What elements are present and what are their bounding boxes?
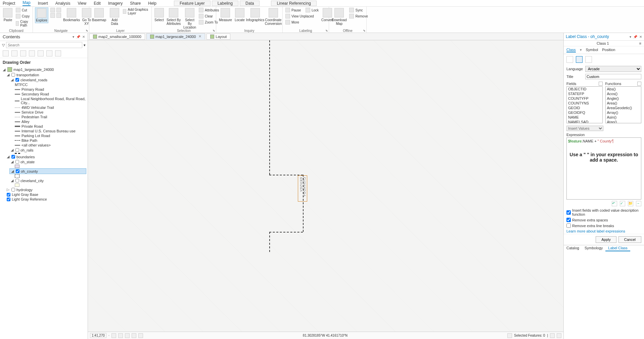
expression-textarea[interactable]: $feature.NAME + " County" Use a " " in y… [566, 137, 641, 200]
add-graphics-button[interactable]: Add Graphics Layer [122, 7, 149, 15]
map-tab-3[interactable]: Layout [206, 34, 230, 40]
chk-remove-linebreaks[interactable] [566, 223, 571, 228]
map-tab-2[interactable]: map1_largescale_24000✕ [146, 33, 205, 40]
tree-oh-county[interactable]: ◢oh_county [9, 168, 86, 174]
fields-list[interactable]: OBJECTIDSTATEFPCOUNTYFPCOUNTYNS GEOIDGEO… [566, 86, 603, 123]
pane-pin-icon[interactable]: 📌 [76, 35, 80, 39]
sb-icon-5[interactable] [138, 333, 143, 338]
tree-road-1[interactable]: Secondary Road [13, 92, 86, 96]
subtab-symbol[interactable]: Symbol [586, 48, 598, 52]
tree-road-11[interactable]: <all other values> [13, 143, 86, 147]
selection-launcher[interactable]: ⬊ [213, 29, 215, 32]
subtab-class[interactable]: Class [566, 48, 576, 52]
selected-icon[interactable] [507, 333, 512, 338]
expr-open-icon[interactable]: 📁 [628, 201, 633, 206]
expr-verify-icon[interactable]: ✓ [620, 201, 625, 206]
expr-export-icon[interactable]: → [636, 201, 641, 206]
refresh-icon[interactable] [557, 333, 561, 338]
scale-input[interactable]: 1:41,270 [90, 333, 106, 338]
tree-cleveland-city[interactable]: ◢cleveland_city [9, 178, 86, 183]
basemap-button[interactable]: Basemap [91, 7, 107, 23]
tree-road-3[interactable]: 4WD Vehicular Trail [13, 105, 86, 110]
list-editing-icon[interactable] [29, 50, 35, 56]
tree-road-7[interactable]: Private Road [13, 124, 86, 129]
add-data-button[interactable]: Add Data [108, 7, 121, 26]
tree-transportation[interactable]: ◢transportation [5, 72, 86, 77]
tree-hydrology[interactable]: ▷hydrology [5, 187, 86, 192]
copy-path-button[interactable]: Copy Path [15, 19, 31, 28]
ctx-data[interactable]: Data [240, 1, 260, 6]
pane-pin-icon[interactable]: 📌 [633, 35, 637, 39]
close-tab-icon[interactable]: ✕ [198, 34, 201, 39]
pause-button[interactable]: Pause Lock [285, 7, 319, 13]
cancel-button[interactable]: Cancel [618, 236, 641, 243]
menu-help[interactable]: Help [148, 1, 156, 6]
tree-road-5[interactable]: Pedestrian Trail [13, 115, 86, 119]
nav-arrows2[interactable] [50, 13, 62, 18]
tree-road-8[interactable]: Internal U.S. Census Bureau use [13, 129, 86, 133]
pane-close-icon[interactable]: ✕ [82, 35, 85, 39]
tree-map[interactable]: ◢map1_largescale_24000 [1, 67, 86, 72]
menu-imagery[interactable]: Imagery [108, 1, 123, 6]
sb-icon-3[interactable] [125, 333, 130, 338]
insert-values-select[interactable]: Insert Values [566, 126, 603, 131]
apply-button[interactable]: Apply [596, 236, 616, 243]
search-clear-icon[interactable]: ▾ [84, 43, 86, 47]
ctx-feature-layer[interactable]: Feature Layer [174, 1, 211, 6]
tree-oh-rails[interactable]: ◢oh_rails [9, 147, 86, 153]
expr-builder-icon[interactable] [566, 56, 573, 63]
tree-lgbase[interactable]: Light Gray Base [5, 192, 86, 197]
menu-map[interactable]: Map [22, 0, 30, 6]
map-tab-1[interactable]: map2_smallscale_100000 [89, 34, 145, 40]
tab-symbology[interactable]: Symbology [582, 245, 605, 251]
infographics-button[interactable]: Infographics [247, 7, 264, 23]
tree-lgref[interactable]: Light Gray Reference [5, 197, 86, 202]
bookmarks-button[interactable]: Bookmarks [63, 7, 80, 23]
paste-button[interactable]: Paste [2, 7, 14, 23]
chk-remove-spaces[interactable] [566, 218, 571, 222]
fields-filter-icon[interactable] [599, 82, 603, 86]
menu-project[interactable]: Project [3, 1, 15, 6]
list-source-icon[interactable] [11, 50, 17, 56]
download-map-button[interactable]: Download Map [331, 7, 347, 26]
menu-view[interactable]: View [78, 1, 86, 6]
locate-button[interactable]: Locate [234, 7, 245, 23]
tree-road-6[interactable]: Alley [13, 119, 86, 124]
more-button[interactable]: More [285, 19, 319, 25]
list-drawing-order-icon[interactable] [3, 50, 9, 56]
filter-icon[interactable]: ▽ [2, 43, 5, 47]
measure-button[interactable]: Measure [218, 7, 233, 23]
language-select[interactable]: Arcade [585, 66, 641, 72]
offline-launcher[interactable]: ⬊ [363, 29, 366, 32]
pause-draw-icon[interactable] [550, 333, 555, 338]
subtab-position[interactable]: Position [602, 48, 615, 52]
cut-button[interactable]: Cut [15, 7, 31, 13]
list-snapping-icon[interactable] [38, 50, 44, 56]
menu-insert[interactable]: Insert [38, 1, 48, 6]
ctx-labeling[interactable]: Labeling [212, 1, 238, 6]
sb-icon-1[interactable] [111, 333, 116, 338]
class-name[interactable]: Class 1 [597, 41, 609, 45]
list-selection-icon[interactable] [20, 50, 26, 56]
pane-close-icon[interactable]: ✕ [639, 35, 642, 39]
menu-analysis[interactable]: Analysis [55, 1, 71, 6]
sql-icon[interactable] [576, 56, 583, 63]
list-labeling-icon[interactable] [46, 50, 52, 56]
tree-oh-state[interactable]: ◢oh_state [9, 159, 86, 164]
menu-edit[interactable]: Edit [94, 1, 101, 6]
chk-coded-values[interactable] [566, 210, 571, 215]
learn-more-link[interactable]: Learn more about label expressions [566, 229, 625, 233]
tree-road-10[interactable]: Bike Path [13, 138, 86, 143]
menu-share[interactable]: Share [130, 1, 141, 6]
navigate-launcher[interactable]: ⬊ [86, 29, 88, 32]
tree-road-9[interactable]: Parking Lot Road [13, 133, 86, 138]
select-by-attr-button[interactable]: Select By Attributes [166, 7, 181, 26]
title-input[interactable] [585, 74, 641, 79]
tree-road-0[interactable]: Primary Road [13, 87, 86, 92]
pane-undock-icon[interactable]: ▾ [630, 35, 631, 39]
view-unplaced-button[interactable]: View Unplaced [285, 13, 319, 19]
select-by-loc-button[interactable]: Select By Location [183, 7, 197, 30]
explore-button[interactable]: Explore [35, 7, 48, 23]
nav-arrows[interactable] [50, 7, 62, 13]
sb-icon-2[interactable] [118, 333, 123, 338]
